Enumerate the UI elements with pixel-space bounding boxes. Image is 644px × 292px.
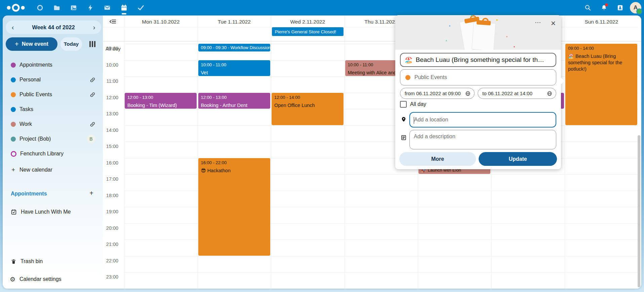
more-button[interactable]: More bbox=[399, 152, 476, 166]
app-icon-mail[interactable] bbox=[99, 0, 116, 15]
update-button[interactable]: Update bbox=[479, 152, 557, 166]
calendar-color-dot bbox=[11, 107, 16, 112]
timezone-globe-icon[interactable] bbox=[465, 91, 471, 96]
collapse-all-day-icon[interactable] bbox=[110, 19, 116, 26]
calendar-color-dot bbox=[11, 137, 16, 142]
event-title: Open Office Lunch bbox=[274, 102, 341, 109]
location-input[interactable] bbox=[410, 117, 556, 123]
close-icon[interactable]: ✕ bbox=[548, 19, 558, 29]
all-day-event[interactable]: Pierre's General Store Closed! bbox=[272, 27, 344, 36]
week-title[interactable]: Week 44 of 2022 bbox=[32, 24, 75, 31]
toolbar: + New event Today bbox=[6, 37, 100, 51]
add-appointment-config-button[interactable]: + bbox=[89, 189, 93, 197]
appointments-section-heading: Appointments bbox=[11, 191, 47, 197]
event-time: 09:00 - 14:00 bbox=[568, 46, 635, 51]
event-title: Booking - Arthur Dent bbox=[201, 102, 268, 109]
event-time: 16:00 - 22:00 bbox=[201, 160, 268, 165]
appointment-item[interactable]: Have Lunch With Me bbox=[3, 207, 103, 217]
popup-more-actions-icon[interactable]: ⋯ bbox=[532, 19, 544, 29]
week-navigation: ‹ Week 44 of 2022 › bbox=[6, 21, 101, 34]
calendar-event[interactable]: 10:00 - 11:00Vet bbox=[198, 60, 270, 76]
shared-link-icon[interactable] bbox=[90, 77, 95, 83]
shared-link-icon[interactable] bbox=[90, 121, 95, 127]
sidebar-calendar-personal[interactable]: Personal bbox=[3, 72, 103, 87]
description-field bbox=[409, 130, 556, 149]
hour-label: 16:00 bbox=[103, 160, 122, 166]
hour-label: 14:00 bbox=[103, 127, 122, 133]
event-title: Booking - Tim (Wizard) bbox=[127, 102, 194, 109]
calendar-event[interactable]: 12:00 - 14:00Open Office Lunch bbox=[272, 93, 344, 125]
trash-bin-item[interactable]: Trash bin bbox=[3, 257, 103, 266]
new-event-button[interactable]: + New event bbox=[6, 37, 57, 51]
hour-label: 22:00 bbox=[103, 258, 122, 263]
text-caret bbox=[414, 117, 414, 124]
description-icon bbox=[401, 135, 407, 141]
calendar-settings-button[interactable]: ⚙ Calendar settings bbox=[4, 272, 102, 286]
end-datetime-field[interactable]: to 06.11.2022 at 14:00 bbox=[478, 88, 556, 99]
next-week-button[interactable]: › bbox=[89, 22, 99, 32]
event-title: Vet bbox=[201, 70, 268, 76]
sidebar-calendar-appointments[interactable]: Appointments bbox=[3, 58, 103, 72]
calendar-event[interactable]: 12:00 - 13:00Booking - Arthur Dent bbox=[198, 93, 270, 109]
day-column-border bbox=[124, 15, 124, 289]
sidebar-calendar-work[interactable]: Work bbox=[3, 117, 103, 132]
event-time: 12:00 - 13:00 bbox=[127, 95, 194, 100]
sidebar-calendar-project-bob-[interactable]: Project (Bob)B bbox=[3, 132, 103, 146]
nextcloud-logo-icon[interactable] bbox=[6, 3, 27, 13]
vertical-scrollbar-thumb[interactable] bbox=[638, 135, 640, 287]
event-title-input[interactable] bbox=[416, 56, 552, 64]
hour-label: 20:00 bbox=[103, 225, 122, 231]
today-button[interactable]: Today bbox=[61, 37, 82, 51]
calendar-color-dot bbox=[11, 122, 16, 127]
event-title: 😎 Hackathon bbox=[201, 168, 268, 174]
app-icon-calendar[interactable] bbox=[116, 0, 132, 15]
new-calendar-button[interactable]: +New calendar bbox=[3, 162, 103, 177]
sidebar-calendar-fenchurch-library[interactable]: Fenchurch Library bbox=[3, 146, 103, 161]
day-header: Sun 6.11.2022 bbox=[565, 18, 638, 26]
share-badge: B bbox=[87, 135, 95, 143]
calendar-event[interactable]: 12:00 - 13:00Booking - Tim (Wizard) bbox=[125, 93, 197, 109]
week-view-icon[interactable] bbox=[89, 41, 95, 47]
all-day-checkbox-row[interactable]: All day bbox=[400, 101, 426, 108]
hour-label: 17:00 bbox=[103, 176, 122, 182]
calendar-color-dot bbox=[405, 75, 410, 80]
search-icon[interactable] bbox=[581, 1, 594, 14]
calendar-event[interactable]: 09:00 - 14:00🏖️ Beach Luau (Bring someth… bbox=[565, 44, 637, 125]
shared-link-icon[interactable] bbox=[90, 92, 95, 98]
notifications-bell-icon[interactable] bbox=[598, 1, 610, 14]
beach-emoji: 🏖️ bbox=[405, 56, 413, 64]
all-day-checkbox[interactable] bbox=[400, 101, 407, 108]
calendar-select[interactable]: Public Events bbox=[400, 69, 556, 85]
calendar-check-icon bbox=[11, 209, 17, 215]
contacts-icon[interactable] bbox=[614, 1, 627, 14]
app-icon-tasks[interactable] bbox=[132, 0, 149, 15]
calendar-color-dot bbox=[11, 63, 16, 68]
hour-label: 23:00 bbox=[103, 274, 122, 280]
location-pin-icon bbox=[401, 116, 407, 122]
start-datetime-field[interactable]: from 06.11.2022 at 09:00 bbox=[400, 88, 475, 99]
plus-icon: + bbox=[15, 40, 19, 48]
event-title-field: 🏖️ bbox=[400, 53, 556, 67]
day-header: Mon 31.10.2022 bbox=[124, 18, 198, 26]
hour-label: 11:00 bbox=[103, 78, 122, 84]
calendar-label: Work bbox=[19, 121, 32, 127]
previous-week-button[interactable]: ‹ bbox=[8, 22, 18, 32]
hour-label: 15:00 bbox=[103, 144, 122, 149]
hour-line bbox=[124, 256, 638, 256]
timezone-globe-icon[interactable] bbox=[547, 91, 552, 96]
sidebar-calendar-tasks[interactable]: Tasks bbox=[3, 102, 103, 117]
day-column-border bbox=[271, 15, 271, 289]
event-editor-popup: ⋯ ✕ 🏖️ Public Events from 06.11.2022 at … bbox=[395, 15, 561, 169]
description-input[interactable] bbox=[410, 130, 556, 149]
app-icon-files[interactable] bbox=[48, 0, 65, 15]
calendar-label: Fenchurch Library bbox=[20, 151, 64, 157]
app-icon-circle[interactable] bbox=[32, 0, 48, 15]
avatar[interactable]: A bbox=[630, 2, 641, 13]
hour-label: 13:00 bbox=[103, 111, 122, 116]
calendar-event[interactable]: 09:00 - 09:30 - Workflow Discussion bbox=[198, 44, 270, 51]
calendar-event[interactable]: 16:00 - 22:00😎 Hackathon bbox=[198, 158, 270, 256]
app-icon-photos[interactable] bbox=[65, 0, 82, 15]
day-column-border bbox=[198, 15, 198, 289]
app-icon-activity[interactable] bbox=[82, 0, 99, 15]
sidebar-calendar-public-events[interactable]: Public Events bbox=[3, 87, 103, 102]
